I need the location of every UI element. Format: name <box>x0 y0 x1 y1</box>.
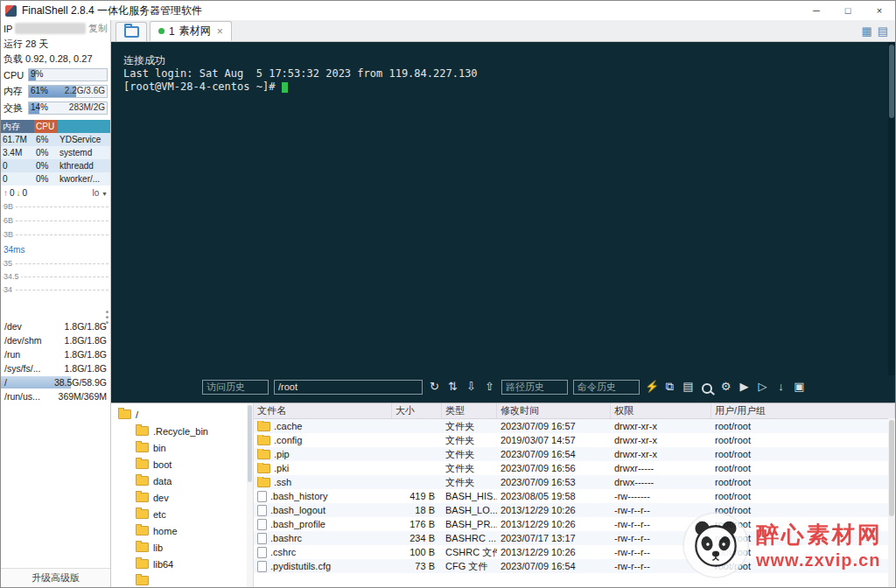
proc-header-cpu[interactable]: CPU <box>34 120 58 133</box>
table-row[interactable]: .pki 文件夹 2023/07/09 16:56 drwxr----- roo… <box>254 461 895 475</box>
connected-status-icon <box>158 28 164 34</box>
tab-close-icon[interactable]: × <box>217 25 223 38</box>
split-view-icon[interactable]: ▤ <box>878 24 888 38</box>
tree-item[interactable]: lib <box>111 539 253 556</box>
tree-root[interactable]: / <box>111 406 253 423</box>
disk-list: /dev1.8G/1.8G /dev/shm1.8G/1.8G /run1.8G… <box>1 319 110 403</box>
disk-row[interactable]: /run/us...369M/369M <box>1 389 110 403</box>
folder-icon <box>136 426 149 436</box>
tree-root-label: / <box>136 410 138 420</box>
connections-tab[interactable] <box>116 22 147 41</box>
network-header: ↑ 0 ↓ 0 lo ▼ <box>1 186 110 198</box>
process-table-header: 内存 CPU <box>1 120 110 133</box>
run-alt-icon[interactable]: ▷ <box>756 379 769 395</box>
tree-item[interactable]: bin <box>111 439 253 456</box>
table-row[interactable]: .pip 文件夹 2023/07/09 16:54 drwxr-xr-x roo… <box>254 447 895 461</box>
table-scrollbar[interactable] <box>888 418 895 587</box>
terminal-prompt-line: [root@VM-28-4-centos ~]# <box>123 80 895 94</box>
scrollbar-thumb[interactable] <box>889 45 894 118</box>
current-path-input[interactable] <box>274 380 423 395</box>
window-title: FinalShell 2.8.4 一体化服务器管理软件 <box>22 4 202 18</box>
panel-icon[interactable]: ▤ <box>682 379 695 395</box>
terminal-scrollbar[interactable] <box>888 42 895 375</box>
col-size[interactable]: 大小 <box>392 403 442 418</box>
terminal-line: 连接成功 <box>123 54 895 67</box>
col-perm[interactable]: 权限 <box>611 403 711 418</box>
window-controls: ─ □ × <box>801 1 895 20</box>
grid-view-icon[interactable]: ▦ <box>861 24 872 38</box>
command-history-input[interactable] <box>573 380 640 395</box>
tree-item[interactable]: lib64 <box>111 556 253 572</box>
download-arrow-icon: ↓ <box>17 188 21 198</box>
tree-item-partial[interactable] <box>111 572 253 587</box>
tree-item[interactable]: boot <box>111 456 253 472</box>
monitor-sidebar: IP 复制 运行 28 天 负载 0.92, 0.28, 0.27 CPU 9%… <box>1 20 111 587</box>
disk-row[interactable]: /dev1.8G/1.8G <box>1 319 110 333</box>
upload-icon[interactable]: ⇧ <box>483 379 496 395</box>
net-grid-label: 6B <box>4 216 15 225</box>
upgrade-button[interactable]: 升级高级版 <box>1 568 110 587</box>
path-history-input[interactable] <box>501 380 568 395</box>
folder-icon <box>257 464 270 473</box>
net-grid-label: 9B <box>4 202 15 211</box>
cpu-row: CPU 9% <box>1 66 110 83</box>
tree-item[interactable]: data <box>111 472 253 489</box>
splitter-handle[interactable] <box>106 311 108 313</box>
access-history-input[interactable] <box>202 380 269 395</box>
col-type[interactable]: 类型 <box>442 403 497 418</box>
interface-selector[interactable]: lo ▼ <box>92 188 108 198</box>
copy-icon[interactable]: ⧉ <box>663 379 676 395</box>
session-tab[interactable]: 1 素材网 × <box>150 21 232 41</box>
disk-row[interactable]: /sys/fs/...1.8G/1.8G <box>1 361 110 375</box>
disk-row-selected[interactable]: /38.5G/58.9G <box>1 375 110 389</box>
ping-value: 34ms <box>1 242 110 255</box>
disk-row[interactable]: /run1.8G/1.8G <box>1 347 110 361</box>
scrollbar-thumb[interactable] <box>248 405 252 482</box>
close-button[interactable]: × <box>864 1 895 20</box>
search-icon[interactable] <box>702 383 712 394</box>
folder-icon <box>136 542 149 552</box>
memory-row: 内存 61% 2.2G/3.6G <box>1 83 110 100</box>
file-icon <box>257 547 267 558</box>
tree-item[interactable]: etc <box>111 506 253 522</box>
sync-updown-icon[interactable]: ⇅ <box>446 379 459 395</box>
proc-name: kthreadd <box>58 159 110 172</box>
proc-name: kworker/... <box>58 172 110 186</box>
folder-icon <box>136 493 149 502</box>
proc-header-name[interactable] <box>58 120 110 133</box>
maximize-button[interactable]: □ <box>832 1 864 20</box>
tree-item[interactable]: home <box>111 522 253 539</box>
down-arrow-icon[interactable]: ↓ <box>774 379 788 395</box>
copy-ip-button[interactable]: 复制 <box>88 22 108 35</box>
table-row[interactable]: .ssh 文件夹 2023/07/09 16:53 drwx------ roo… <box>254 475 895 489</box>
tab-label: 素材网 <box>179 24 211 38</box>
download-icon[interactable]: ⇩ <box>465 379 478 395</box>
cpu-label: CPU <box>4 70 25 80</box>
col-filename[interactable]: 文件名 <box>254 403 392 418</box>
bolt-icon[interactable]: ⚡ <box>645 379 658 395</box>
table-row[interactable]: .config 文件夹 2019/03/07 14:57 drwxr-xr-x … <box>254 433 895 447</box>
folder-icon <box>257 450 270 459</box>
col-owner[interactable]: 用户/用户组 <box>711 403 895 418</box>
monitor-icon[interactable]: ▣ <box>793 379 806 395</box>
terminal[interactable]: 连接成功 Last login: Sat Aug 5 17:53:32 2023… <box>111 42 895 375</box>
ip-label: IP <box>4 24 12 34</box>
table-row[interactable]: .bash_history 419 B BASH_HIS... 2023/08/… <box>254 489 895 503</box>
proc-cpu: 0% <box>34 172 58 186</box>
proc-header-mem[interactable]: 内存 <box>1 120 34 133</box>
col-mtime[interactable]: 修改时间 <box>497 403 611 418</box>
folder-icon <box>257 422 270 431</box>
refresh-icon[interactable]: ↻ <box>428 379 441 395</box>
table-row[interactable]: .cache 文件夹 2023/07/09 16:57 drwxr-xr-x r… <box>254 419 895 433</box>
run-icon[interactable]: ▶ <box>738 379 751 395</box>
folder-icon <box>118 410 131 419</box>
minimize-button[interactable]: ─ <box>801 1 832 20</box>
scrollbar-thumb[interactable] <box>889 420 894 516</box>
tree-scrollbar[interactable] <box>247 403 253 587</box>
tree-item[interactable]: dev <box>111 489 253 506</box>
gear-icon[interactable]: ⚙ <box>719 379 732 395</box>
tree-item[interactable]: .Recycle_bin <box>111 423 253 439</box>
file-icon <box>257 533 267 544</box>
disk-row[interactable]: /dev/shm1.8G/1.8G <box>1 333 110 347</box>
file-icon <box>257 519 267 530</box>
